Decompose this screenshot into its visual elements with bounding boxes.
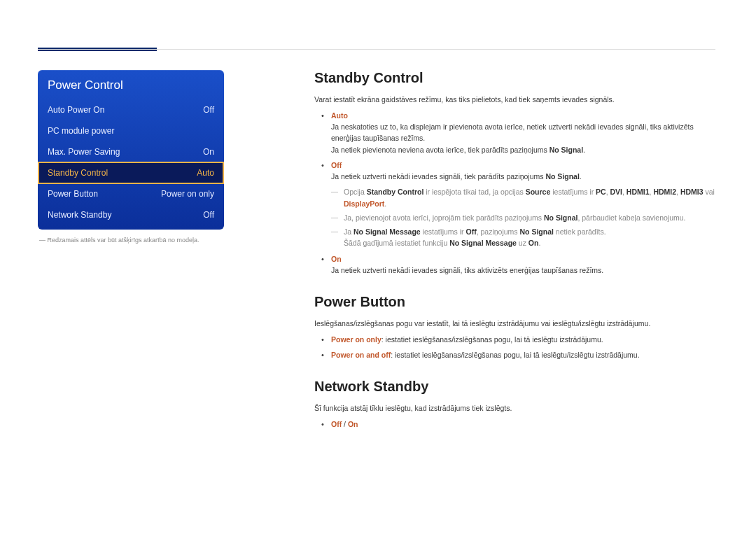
osd-row-value: Off [203,210,214,220]
option-label-on: On [331,255,342,263]
option-label-off: Off [331,161,342,169]
heading-standby-control: Standby Control [314,70,715,86]
osd-row-label: Power Button [48,189,98,199]
netstandby-options-list: Off / On [331,419,715,430]
off-desc-ns: No Signal [545,172,579,181]
left-column: Power Control Auto Power On Off PC modul… [38,70,237,435]
section-power-button: Power Button Ieslēgšanas/izslēgšanas pog… [314,294,715,360]
osd-row-power-button[interactable]: Power Button Power on only [38,183,224,204]
standby-options-list: Auto Ja neskatoties uz to, ka displejam … [331,110,715,276]
standby-option-on: On Ja netiek uztverti nekādi ievades sig… [331,253,715,276]
osd-row-value: Off [203,105,214,115]
osd-row-label: Standby Control [48,168,108,178]
osd-row-standby-control[interactable]: Standby Control Auto [38,162,224,184]
standby-sub-nosignalmsg: Ja No Signal Message iestatījums ir Off,… [344,226,715,249]
osd-row-value: Auto [197,168,214,178]
osd-row-label: Max. Power Saving [48,147,120,157]
osd-row-network-standby[interactable]: Network Standby Off [38,204,224,230]
auto-desc-2-pre: Ja netiek pievienota neviena avota ierīc… [331,146,550,154]
osd-row-value: Power on only [161,189,214,199]
osd-row-pc-module-power[interactable]: PC module power [38,120,224,141]
standby-option-auto: Auto Ja neskatoties uz to, ka displejam … [331,110,715,155]
osd-row-label: PC module power [48,126,114,136]
netstandby-intro: Šī funkcija atstāj tīklu ieslēgtu, kad i… [314,403,715,414]
heading-power-button: Power Button [314,294,715,310]
osd-row-label: Network Standby [48,210,111,220]
standby-sub-cable: Ja, pievienojot avota ierīci, joprojām t… [344,212,715,223]
netstandby-option-off-on: Off / On [331,419,715,430]
powerbtn-option-on-only: Power on only: iestatiet ieslēgšanas/izs… [331,334,715,345]
auto-desc-1: Ja neskatoties uz to, ka displejam ir pi… [331,122,694,142]
osd-footnote: ― Redzamais attēls var būt atšķirīgs atk… [38,237,237,244]
standby-option-off: Off Ja netiek uztverti nekādi ievades si… [331,160,715,249]
powerbtn-option-on-off: Power on and off: iestatiet ieslēgšanas/… [331,349,715,360]
right-column: Standby Control Varat iestatīt ekrāna ga… [237,70,715,435]
section-network-standby: Network Standby Šī funkcija atstāj tīklu… [314,379,715,430]
standby-intro: Varat iestatīt ekrāna gaidstāves režīmu,… [314,94,715,106]
on-desc: Ja netiek uztverti nekādi ievades signāl… [331,266,603,274]
osd-row-auto-power-on[interactable]: Auto Power On Off [38,99,224,120]
osd-row-label: Auto Power On [48,105,104,115]
page-body: Power Control Auto Power On Off PC modul… [38,70,715,435]
auto-desc-2-ns: No Signal [550,146,583,154]
osd-menu-panel: Power Control Auto Power On Off PC modul… [38,70,224,230]
powerbtn-options-list: Power on only: iestatiet ieslēgšanas/izs… [331,334,715,361]
heading-network-standby: Network Standby [314,379,715,395]
section-standby-control: Standby Control Varat iestatīt ekrāna ga… [314,70,715,276]
standby-sub-source: Opcija Standby Control ir iespējota tika… [344,186,715,209]
standby-off-sublist: Opcija Standby Control ir iespējota tika… [344,186,715,248]
off-desc-pre: Ja netiek uztverti nekādi ievades signāl… [331,172,545,181]
osd-row-max-power-saving[interactable]: Max. Power Saving On [38,141,224,162]
osd-menu-title: Power Control [38,70,224,99]
osd-row-value: On [203,147,214,157]
horizontal-rule [38,49,715,50]
powerbtn-intro: Ieslēgšanas/izslēgšanas pogu var iestatī… [314,318,715,330]
option-label-auto: Auto [331,111,348,120]
